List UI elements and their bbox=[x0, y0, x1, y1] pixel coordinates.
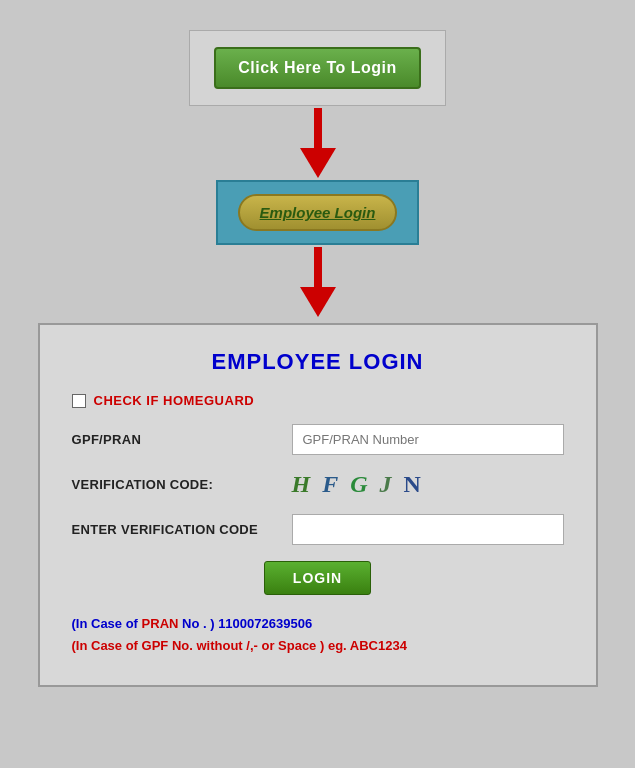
login-button[interactable]: LOGIN bbox=[264, 561, 371, 595]
info-line1-pran: PRAN bbox=[142, 616, 179, 631]
enter-code-label: ENTER VERIFICATION CODE bbox=[72, 522, 292, 537]
info-line2-text: (In Case of GPF No. without /,- or Space… bbox=[72, 638, 407, 653]
gpf-row: GPF/PRAN bbox=[72, 424, 564, 455]
employee-login-wrapper: Employee Login bbox=[216, 180, 420, 245]
employee-login-button[interactable]: Employee Login bbox=[238, 194, 398, 231]
login-form-container: EMPLOYEE LOGIN CHECK IF HOMEGUARD GPF/PR… bbox=[38, 323, 598, 687]
homeguard-checkbox[interactable] bbox=[72, 394, 86, 408]
arrow-2 bbox=[300, 247, 336, 317]
info-line1-suffix: No . ) 1100072639506 bbox=[178, 616, 312, 631]
click-here-wrapper: Click Here To Login bbox=[189, 30, 446, 106]
captcha-char-j: J bbox=[380, 471, 392, 498]
homeguard-row: CHECK IF HOMEGUARD bbox=[72, 393, 564, 408]
captcha-char-n: N bbox=[404, 471, 421, 498]
captcha-char-h: H bbox=[292, 471, 311, 498]
verification-code-input[interactable] bbox=[292, 514, 564, 545]
click-here-button[interactable]: Click Here To Login bbox=[214, 47, 421, 89]
info-text: (In Case of PRAN No . ) 1100072639506 (I… bbox=[72, 613, 564, 657]
gpf-label: GPF/PRAN bbox=[72, 432, 292, 447]
captcha-display: H F G J N bbox=[292, 471, 421, 498]
form-title: EMPLOYEE LOGIN bbox=[72, 349, 564, 375]
verification-code-label: VERIFICATION CODE: bbox=[72, 477, 292, 492]
info-line-1: (In Case of PRAN No . ) 1100072639506 bbox=[72, 613, 564, 635]
homeguard-label: CHECK IF HOMEGUARD bbox=[94, 393, 255, 408]
arrow-1 bbox=[300, 108, 336, 178]
info-line1-prefix: (In Case of bbox=[72, 616, 142, 631]
info-line-2: (In Case of GPF No. without /,- or Space… bbox=[72, 635, 564, 657]
gpf-input[interactable] bbox=[292, 424, 564, 455]
enter-code-row: ENTER VERIFICATION CODE bbox=[72, 514, 564, 545]
captcha-display-row: VERIFICATION CODE: H F G J N bbox=[72, 471, 564, 498]
captcha-char-g: G bbox=[350, 471, 367, 498]
captcha-char-f: F bbox=[322, 471, 338, 498]
